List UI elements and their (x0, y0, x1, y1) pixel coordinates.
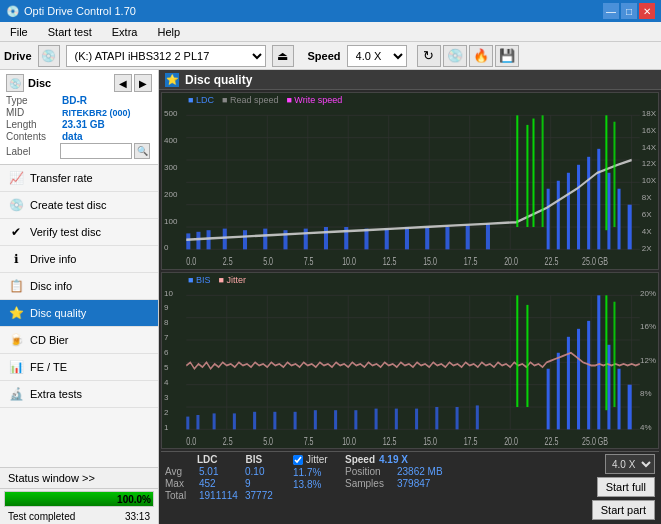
eject-button[interactable]: ⏏ (272, 45, 294, 67)
svg-text:10.0: 10.0 (342, 435, 356, 447)
svg-rect-38 (577, 165, 580, 250)
disc-title: Disc (28, 77, 51, 89)
charts-area: ■ LDC ■ Read speed ■ Write speed 5004003… (159, 90, 661, 524)
disc-label-input[interactable] (60, 143, 132, 159)
svg-text:15.0: 15.0 (423, 435, 437, 447)
svg-text:20.0: 20.0 (504, 435, 518, 447)
sidebar-item-disc-info[interactable]: 📋 Disc info (0, 273, 158, 300)
svg-rect-48 (605, 115, 607, 230)
status-window-button[interactable]: Status window >> (0, 468, 158, 489)
drive-bar: Drive 💿 (K:) ATAPI iHBS312 2 PL17 ⏏ Spee… (0, 42, 661, 70)
svg-rect-85 (294, 411, 297, 429)
total-bis: 37772 (245, 490, 277, 501)
toolbar-buttons: ↻ 💿 🔥 💾 (417, 45, 519, 67)
svg-rect-29 (385, 229, 389, 250)
drive-icon-button[interactable]: 💿 (38, 45, 60, 67)
svg-rect-82 (233, 413, 236, 429)
svg-rect-32 (445, 227, 449, 249)
svg-rect-22 (243, 230, 247, 249)
disc-button[interactable]: 💿 (443, 45, 467, 67)
mid-value: RITEKBR2 (000) (62, 108, 131, 118)
mid-label: MID (6, 107, 58, 118)
transfer-rate-icon: 📈 (8, 170, 24, 186)
sidebar-item-verify-test-disc[interactable]: ✔ Verify test disc (0, 219, 158, 246)
svg-rect-37 (567, 173, 570, 250)
jitter-checkbox[interactable] (293, 455, 303, 465)
svg-rect-25 (304, 229, 308, 250)
max-label: Max (165, 478, 195, 489)
menu-help[interactable]: Help (151, 24, 186, 40)
app-icon: 💿 (6, 5, 20, 18)
contents-label: Contents (6, 131, 58, 142)
svg-rect-18 (186, 233, 190, 249)
sidebar-item-disc-quality[interactable]: ⭐ Disc quality (0, 300, 158, 327)
fe-te-label: FE / TE (30, 361, 67, 373)
sidebar-item-create-test-disc[interactable]: 💿 Create test disc (0, 192, 158, 219)
svg-rect-23 (263, 229, 267, 250)
speed-dropdown[interactable]: 4.0 X (605, 454, 655, 474)
create-test-disc-label: Create test disc (30, 199, 106, 211)
drive-info-label: Drive info (30, 253, 76, 265)
svg-rect-47 (542, 115, 544, 227)
speed-select[interactable]: 4.0 X (347, 45, 407, 67)
svg-rect-88 (354, 410, 357, 429)
refresh-button[interactable]: ↻ (417, 45, 441, 67)
sidebar-item-fe-te[interactable]: 📊 FE / TE (0, 354, 158, 381)
ldc-legend: ■ LDC (188, 95, 214, 105)
svg-rect-95 (547, 368, 550, 429)
svg-rect-26 (324, 227, 328, 249)
start-part-button[interactable]: Start part (592, 500, 655, 520)
progress-bar-container: 100.0% (4, 491, 154, 507)
svg-rect-35 (547, 189, 550, 250)
disc-label-button[interactable]: 🔍 (134, 143, 150, 159)
svg-rect-105 (526, 304, 528, 406)
svg-text:15.0: 15.0 (423, 256, 437, 268)
sidebar-item-transfer-rate[interactable]: 📈 Transfer rate (0, 165, 158, 192)
start-full-button[interactable]: Start full (597, 477, 655, 497)
disc-quality-header: ⭐ Disc quality (159, 70, 661, 90)
sidebar-item-drive-info[interactable]: ℹ Drive info (0, 246, 158, 273)
disc-info-nav-icon: 📋 (8, 278, 24, 294)
sidebar-item-cd-bier[interactable]: 🍺 CD Bier (0, 327, 158, 354)
progress-text: 100.0% (117, 494, 153, 505)
svg-rect-49 (613, 122, 615, 227)
disc-info-icon[interactable]: 💿 (6, 74, 24, 92)
read-speed-legend: ■ Read speed (222, 95, 278, 105)
svg-rect-42 (618, 189, 621, 250)
svg-rect-19 (196, 232, 200, 250)
svg-text:22.5: 22.5 (545, 435, 559, 447)
disc-arrow-icon[interactable]: ◀ (114, 74, 132, 92)
samples-value: 379847 (397, 478, 430, 489)
stats-bar: LDC BIS Avg 5.01 0.10 Max 452 9 Total (161, 451, 659, 522)
svg-rect-41 (607, 173, 610, 250)
close-button[interactable]: ✕ (639, 3, 655, 19)
svg-rect-91 (415, 408, 418, 429)
maximize-button[interactable]: □ (621, 3, 637, 19)
extra-tests-icon: 🔬 (8, 386, 24, 402)
disc-quality-icon: ⭐ (8, 305, 24, 321)
max-ldc: 452 (199, 478, 241, 489)
save-button[interactable]: 💾 (495, 45, 519, 67)
svg-rect-99 (587, 320, 590, 428)
drive-select[interactable]: (K:) ATAPI iHBS312 2 PL17 (66, 45, 266, 67)
menu-extra[interactable]: Extra (106, 24, 144, 40)
samples-label: Samples (345, 478, 393, 489)
burn-button[interactable]: 🔥 (469, 45, 493, 67)
extra-tests-label: Extra tests (30, 388, 82, 400)
position-label: Position (345, 466, 393, 477)
svg-rect-39 (587, 157, 590, 250)
avg-bis: 0.10 (245, 466, 277, 477)
type-label: Type (6, 95, 58, 106)
menu-file[interactable]: File (4, 24, 34, 40)
drive-info-icon: ℹ (8, 251, 24, 267)
minimize-button[interactable]: — (603, 3, 619, 19)
disc-arrow-right-icon[interactable]: ▶ (134, 74, 152, 92)
svg-rect-107 (613, 301, 615, 406)
menu-start-test[interactable]: Start test (42, 24, 98, 40)
svg-rect-36 (557, 181, 560, 250)
sidebar-item-extra-tests[interactable]: 🔬 Extra tests (0, 381, 158, 408)
svg-rect-87 (334, 410, 337, 429)
svg-text:5.0: 5.0 (263, 435, 273, 447)
svg-rect-104 (516, 295, 518, 407)
total-ldc: 1911114 (199, 490, 241, 501)
